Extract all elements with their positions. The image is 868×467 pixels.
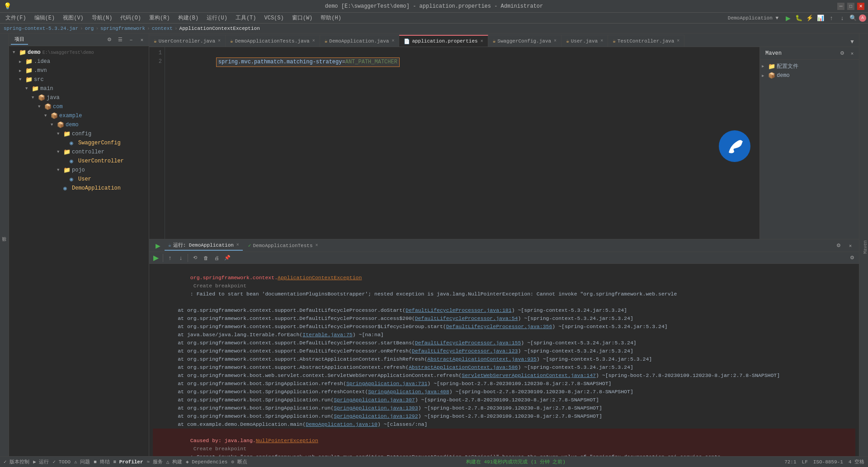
link-iterable[interactable]: Iterable.java:75 [302, 332, 352, 338]
status-encoding[interactable]: ISO-8859-1 [813, 459, 843, 465]
tab-close-demo-app[interactable]: × [392, 38, 394, 43]
breadcrumb-item-2[interactable]: org [85, 26, 94, 31]
menu-view[interactable]: 视图(V) [59, 13, 87, 23]
link-run-1292[interactable]: SpringApplication.java:1292 [334, 413, 418, 419]
run-tab-close-demo[interactable]: × [236, 243, 239, 248]
tree-item-example[interactable]: ▼ 📦 example [9, 111, 149, 120]
search-button[interactable]: 🔍 [848, 13, 858, 23]
link-dlp-dostart[interactable]: DefaultLifecycleProcessor.java:181 [406, 307, 512, 313]
tree-item-user-controller[interactable]: ▶ ◉ UserController [9, 157, 149, 166]
code-editor[interactable]: spring.mvc.pathmatch.matching-strategy=A… [165, 47, 760, 239]
status-terminal[interactable]: ■ 终结 [94, 458, 109, 465]
status-line-ending[interactable]: LF [802, 459, 808, 465]
run-button[interactable]: ▶ [783, 13, 793, 23]
console-up-btn[interactable]: ↑ [165, 253, 175, 263]
breadcrumb-item-3[interactable]: springframework [100, 26, 145, 31]
maven-hide-btn[interactable]: × [847, 48, 857, 58]
run-tab-demo-app[interactable]: ☕ 运行: DemoApplication × [165, 240, 243, 251]
run-panel-hide[interactable]: × [845, 241, 855, 251]
console-print-btn[interactable]: 🖨 [212, 253, 222, 263]
console-output[interactable]: org.springframework.context.ApplicationC… [149, 264, 859, 456]
status-run[interactable]: ▶ 运行 [33, 458, 49, 465]
link-dlp-access[interactable]: DefaultLifecycleProcessor.java:54 [415, 315, 518, 321]
link-lifecycle-start[interactable]: DefaultLifecycleProcessor.java:356 [446, 324, 552, 329]
menu-run[interactable]: 运行(U) [203, 13, 231, 23]
tree-item-config[interactable]: ▼ 📁 config [9, 129, 149, 138]
tree-item-demo-pkg[interactable]: ▼ 📦 demo [9, 120, 149, 129]
console-wrap-btn[interactable]: ⟲ [190, 253, 200, 263]
editor-tab-menu[interactable]: ▼ [847, 37, 857, 47]
tab-close-test-ctrl[interactable]: × [677, 38, 679, 43]
menu-tools[interactable]: 工具(T) [232, 13, 260, 23]
menu-file[interactable]: 文件(F) [2, 13, 30, 23]
tab-project[interactable]: 项目 [11, 34, 28, 45]
status-dependencies[interactable]: ◈ Dependencies [186, 459, 227, 465]
tree-item-swagger-config[interactable]: ▶ ◉ SwaggerConfig [9, 138, 149, 148]
tab-demo-app[interactable]: ☕ DemoApplication.java × [320, 35, 400, 47]
link-run-307[interactable]: SpringApplication.java:307 [334, 397, 415, 403]
menu-vcs[interactable]: VCS(S) [260, 14, 287, 22]
console-run-btn[interactable]: ▶ [151, 253, 161, 263]
git-update-button[interactable]: ↑ [826, 13, 836, 23]
run-play-button[interactable]: ▶ [153, 241, 163, 251]
project-minus-button[interactable]: − [126, 35, 136, 45]
user-avatar[interactable]: A [859, 14, 866, 22]
run-config[interactable]: DemoApplication ▼ [728, 15, 778, 21]
tree-item-demo-app[interactable]: ▶ ◉ DemoApplication [9, 184, 149, 193]
maximize-button[interactable]: □ [847, 3, 854, 10]
status-problems[interactable]: ⚠ 问题 [74, 458, 90, 465]
minimize-button[interactable]: ─ [837, 3, 844, 10]
console-clear-btn[interactable]: 🗑 [201, 253, 211, 263]
menu-edit[interactable]: 编辑(E) [31, 13, 59, 23]
tab-test-controller[interactable]: ☕ TestController.java × [608, 35, 684, 47]
status-indent[interactable]: 4 空格 [849, 458, 864, 465]
tab-close-demo-tests[interactable]: × [312, 38, 315, 43]
tab-close-user-controller[interactable]: × [218, 38, 221, 43]
link-refresh[interactable]: AbstractApplicationContext.java:586 [409, 364, 518, 370]
tree-item-idea[interactable]: ▶ 📁 .idea [9, 57, 149, 66]
run-tab-close-tests[interactable]: × [316, 243, 318, 248]
tree-item-user[interactable]: ▶ ◉ User [9, 175, 149, 184]
debug-button[interactable]: 🐛 [794, 13, 804, 23]
link-startbeans[interactable]: DefaultLifecycleProcessor.java:155 [415, 340, 521, 346]
code-line-1[interactable]: spring.mvc.pathmatch.matching-strategy=A… [216, 57, 400, 67]
link-refreshcontext[interactable]: SpringApplication.java:408 [368, 389, 449, 395]
status-profiler[interactable]: ≡ Profiler [113, 459, 143, 465]
menu-refactor[interactable]: 重构(R) [146, 13, 174, 23]
project-hide-button[interactable]: × [137, 35, 147, 45]
status-build-item[interactable]: △ 构建 [166, 458, 182, 465]
exception-class-1[interactable]: org.springframework.context.ApplicationC… [190, 275, 362, 281]
status-breakpoints[interactable]: ⊙ 断点 [231, 458, 247, 465]
menu-build[interactable]: 构建(B) [175, 13, 203, 23]
profile-button[interactable]: ⚡ [805, 13, 815, 23]
run-panel-settings[interactable]: ⚙ [834, 241, 844, 251]
tab-close-swagger[interactable]: × [554, 38, 557, 43]
tab-demo-app-tests[interactable]: ☕ DemoApplicationTests.java × [226, 35, 320, 47]
tab-user-java[interactable]: ☕ User.java × [561, 35, 608, 47]
tree-item-controller[interactable]: ▼ 📁 controller [9, 148, 149, 157]
tab-close-app-props[interactable]: × [481, 39, 483, 44]
link-finishrefresh[interactable]: AbstractApplicationContext.java:935 [427, 356, 537, 362]
maven-item-demo[interactable]: ▶ 📦 demo [760, 71, 859, 80]
breadcrumb-item-4[interactable]: context [152, 26, 173, 31]
status-cursor[interactable]: 72:1 [784, 459, 796, 465]
link-run-1303[interactable]: SpringApplication.java:1303 [334, 405, 418, 411]
close-button[interactable]: ✕ [857, 3, 864, 10]
tree-item-src[interactable]: ▼ 📁 src [9, 75, 149, 84]
tree-item-mvn[interactable]: ▶ 📁 .mvn [9, 66, 149, 75]
tree-item-java[interactable]: ▼ 📦 java [9, 93, 149, 102]
console-down-btn[interactable]: ↓ [176, 253, 186, 263]
breadcrumb-item-1[interactable]: spring-context-5.3.24.jar [4, 26, 78, 31]
run-tab-tests[interactable]: ✓ DemoApplicationTests × [245, 241, 322, 250]
maven-item-config[interactable]: ▶ 📁 配置文件 [760, 62, 859, 71]
console-settings[interactable]: ⚙ [847, 253, 857, 263]
tree-item-pojo[interactable]: ▼ 📁 pojo [9, 166, 149, 175]
tab-close-user[interactable]: × [600, 38, 603, 43]
status-vcs[interactable]: ✓ 版本控制 [4, 458, 29, 465]
link-spring-refresh[interactable]: SpringApplication.java:731 [346, 381, 427, 386]
status-todo[interactable]: ✓ TODO [52, 459, 71, 465]
menu-window[interactable]: 窗口(W) [288, 13, 316, 23]
console-pin-btn[interactable]: 📌 [222, 253, 232, 263]
link-servlet-refresh[interactable]: ServletWebServerApplicationContext.java:… [462, 372, 596, 378]
link-onrefresh[interactable]: DefaultLifecycleProcessor.java:123 [412, 348, 518, 354]
